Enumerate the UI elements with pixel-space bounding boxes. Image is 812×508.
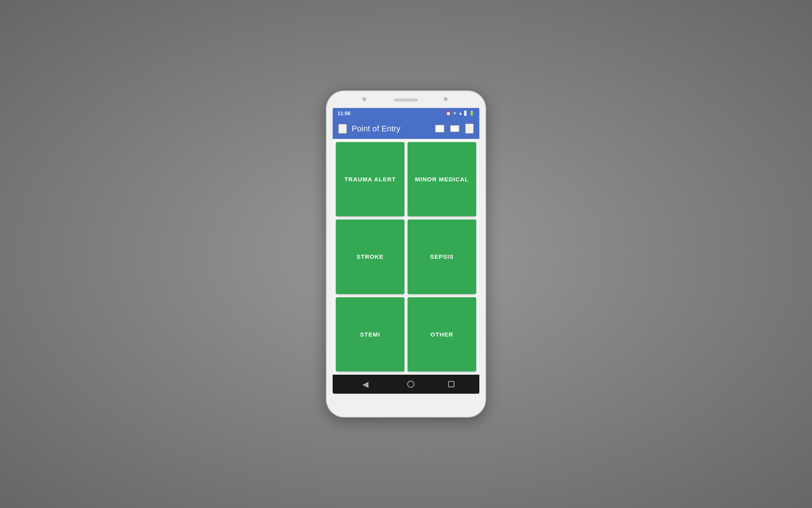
app-bar-title: Point of Entry (352, 124, 430, 133)
front-camera (362, 97, 366, 101)
more-options-button[interactable]: ⋮ (465, 123, 474, 134)
main-grid: TRAUMA ALERT MINOR MEDICAL STROKE SEPSIS… (333, 139, 479, 375)
app-bar-actions: ⋮ (435, 123, 474, 134)
back-nav-button[interactable]: ◀ (358, 376, 373, 392)
back-button[interactable]: ← (338, 124, 347, 134)
other-button[interactable]: OTHER (408, 297, 476, 371)
wifi-icon: ▲ (458, 111, 463, 115)
bottom-nav: ◀ (333, 375, 479, 394)
phone-speaker (394, 98, 418, 102)
video-button[interactable] (450, 125, 460, 132)
stemi-button[interactable]: STEMI (336, 297, 404, 371)
battery-icon: 🔋 (469, 111, 475, 116)
signal-icon: ▋ (464, 111, 467, 116)
recents-nav-button[interactable] (448, 381, 454, 387)
sepsis-button[interactable]: SEPSIS (408, 219, 476, 294)
minor-medical-button[interactable]: MINOR MEDICAL (408, 142, 476, 216)
brightness-icon: ☀ (453, 111, 457, 116)
app-bar: ← Point of Entry ⋮ (333, 118, 479, 139)
phone-screen: 11:56 ⏰ ☀ ▲ ▋ 🔋 ← Point of Entry (333, 108, 479, 394)
phone-frame: 11:56 ⏰ ☀ ▲ ▋ 🔋 ← Point of Entry (327, 91, 485, 417)
home-nav-button[interactable] (407, 381, 414, 388)
camera-button[interactable] (435, 125, 444, 133)
status-time: 11:56 (337, 110, 350, 116)
stroke-button[interactable]: STROKE (336, 219, 404, 294)
video-icon (451, 126, 459, 131)
trauma-alert-button[interactable]: TRAUMA ALERT (336, 142, 404, 216)
front-sensor (444, 97, 448, 101)
camera-icon (436, 125, 444, 132)
status-icons: ⏰ ☀ ▲ ▋ 🔋 (446, 111, 475, 116)
status-bar: 11:56 ⏰ ☀ ▲ ▋ 🔋 (333, 108, 479, 118)
alarm-icon: ⏰ (446, 111, 451, 116)
